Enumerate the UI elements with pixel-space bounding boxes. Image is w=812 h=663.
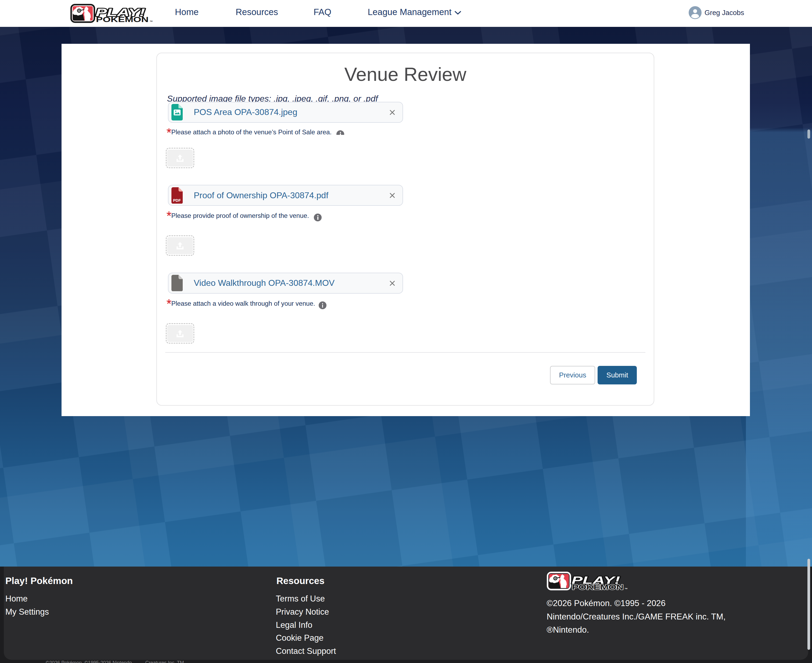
svg-text:™: ™ bbox=[624, 587, 628, 591]
svg-text:POKÉMON: POKÉMON bbox=[572, 583, 623, 591]
svg-text:POKÉMON: POKÉMON bbox=[96, 15, 149, 23]
svg-text:™: ™ bbox=[150, 20, 153, 23]
svg-text:PDF: PDF bbox=[173, 198, 181, 202]
